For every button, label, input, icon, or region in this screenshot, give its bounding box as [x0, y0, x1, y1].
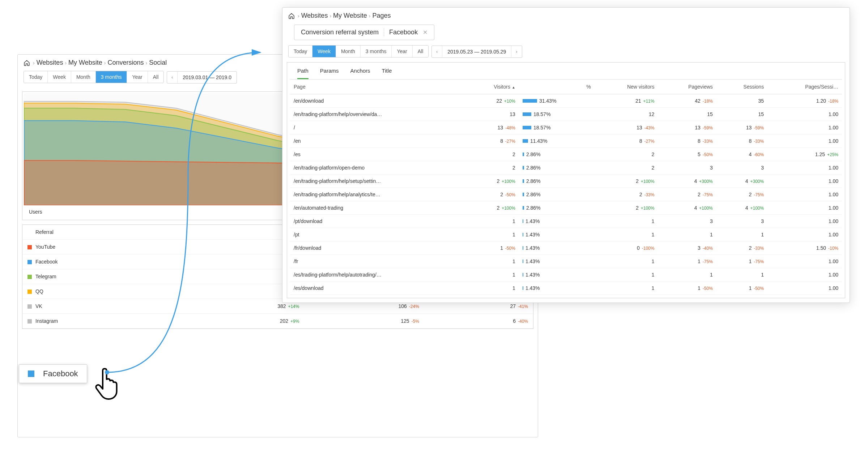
table-row[interactable]: /es 2 2.86% 2 5 -50% 4 -60% 1.25 +25% — [290, 147, 842, 161]
pct-bar — [523, 260, 523, 263]
col-header[interactable]: Sessions — [716, 80, 767, 94]
period-3-months[interactable]: 3 months — [96, 71, 127, 83]
period-today[interactable]: Today — [24, 71, 48, 83]
period-selector: TodayWeekMonth3 monthsYearAll — [288, 45, 429, 57]
table-row[interactable]: /es/download 1 1.43% 1 1 -50% 1 -50% 1.0… — [290, 281, 842, 295]
referral-name: YouTube — [35, 244, 55, 250]
table-row[interactable]: /pt 1 1.43% 1 1 1 1.00 — [290, 228, 842, 241]
breadcrumb-right: › Websites › My Website › Pages — [282, 8, 850, 24]
table-row[interactable]: /en/trading-platform/help/setup/settin… … — [290, 174, 842, 188]
table-row[interactable]: /es/trading-platform/help/autotrading/… … — [290, 268, 842, 281]
breadcrumb-item[interactable]: Conversions — [108, 59, 144, 66]
page-path: /en/download — [290, 94, 466, 107]
col-header[interactable]: Pageviews — [658, 80, 716, 94]
period-month[interactable]: Month — [336, 46, 361, 57]
filter-tag[interactable]: Conversion referral system Facebook ✕ — [294, 25, 434, 40]
table-row[interactable]: / 13 -48% 18.57% 13 -43% 13 -59% 13 -59%… — [290, 121, 842, 134]
tab-params[interactable]: Params — [320, 68, 339, 79]
table-row[interactable]: /en 8 -27% 11.43% 8 -27% 8 -33% 8 -33% 1… — [290, 134, 842, 147]
period-today[interactable]: Today — [289, 46, 312, 57]
pct-bar — [523, 112, 531, 116]
table-row[interactable]: /fr 1 1.43% 1 1 -75% 1 -75% 1.00 — [290, 254, 842, 268]
page-path: /es/download — [290, 281, 466, 295]
page-path: /es/trading-platform/help/autotrading/… — [290, 268, 466, 281]
pct-bar — [523, 206, 524, 210]
period-year[interactable]: Year — [127, 71, 148, 83]
table-row[interactable]: /pt/download 1 1.43% 1 3 3 1.00 — [290, 214, 842, 228]
date-range-text: 2019.05.23 — 2019.05.29 — [442, 46, 511, 57]
color-swatch — [27, 260, 32, 264]
color-swatch — [27, 319, 32, 324]
referral-name: QQ — [35, 288, 43, 294]
table-row[interactable]: /en/automated-trading 2 +100% 2.86% 2 +1… — [290, 201, 842, 214]
col-header[interactable]: Visitors▲ — [466, 80, 519, 94]
breadcrumb-item[interactable]: Websites — [37, 59, 63, 66]
date-range-picker[interactable]: ‹ 2019.05.23 — 2019.05.29 › — [431, 46, 522, 58]
page-path: /pt/download — [290, 214, 466, 228]
next-icon[interactable]: › — [511, 46, 522, 57]
col-header[interactable]: % — [519, 80, 595, 94]
period-selector: TodayWeekMonth3 monthsYearAll — [24, 71, 164, 83]
color-swatch — [27, 290, 32, 294]
sort-asc-icon[interactable]: ▲ — [512, 85, 515, 89]
page-path: /en/trading-platform/open-demo — [290, 161, 466, 174]
period-week[interactable]: Week — [48, 71, 71, 83]
pct-bar — [523, 99, 537, 103]
referral-row[interactable]: Instagram202 +9%125 -5%6 -40% — [22, 313, 533, 328]
pct-bar — [523, 153, 524, 156]
period-year[interactable]: Year — [392, 46, 412, 57]
pct-bar — [523, 139, 528, 143]
close-icon[interactable]: ✕ — [423, 29, 427, 36]
tab-path[interactable]: Path — [297, 68, 309, 79]
pointer-hand-icon — [94, 366, 123, 402]
referral-name: Facebook — [35, 259, 58, 265]
tab-title[interactable]: Title — [382, 68, 392, 79]
period-month[interactable]: Month — [71, 71, 96, 83]
breadcrumb-item[interactable]: Websites — [301, 12, 328, 19]
facebook-swatch — [28, 371, 34, 377]
page-path: /fr — [290, 254, 466, 268]
color-swatch — [27, 304, 32, 309]
facebook-label: Facebook — [43, 369, 78, 378]
prev-icon[interactable]: ‹ — [167, 72, 178, 83]
col-header[interactable]: Pages/Sessi… — [767, 80, 842, 94]
pct-bar — [523, 286, 523, 290]
color-swatch — [27, 275, 32, 279]
period-all[interactable]: All — [148, 71, 164, 83]
table-row[interactable]: /en/download 22 +10% 31.43% 21 +11% 42 -… — [290, 94, 842, 107]
tabs: PathParamsAnchorsTitle — [290, 63, 842, 80]
page-path: /en/automated-trading — [290, 201, 466, 214]
facebook-popup[interactable]: Facebook — [19, 364, 87, 383]
period-all[interactable]: All — [413, 46, 429, 57]
pct-bar — [523, 246, 523, 250]
period-week[interactable]: Week — [312, 46, 336, 57]
table-row[interactable]: /en/trading-platform/help/analytics/te… … — [290, 188, 842, 201]
col-header[interactable]: Page — [290, 80, 466, 94]
date-range-text: 2019.03.01 — 2019.0 — [178, 72, 237, 83]
pct-bar — [523, 166, 524, 170]
home-icon[interactable] — [288, 13, 295, 19]
pct-bar — [523, 219, 523, 223]
breadcrumb-item[interactable]: My Website — [333, 12, 367, 19]
period-3-months[interactable]: 3 months — [361, 46, 392, 57]
referral-name: VK — [35, 303, 42, 309]
home-icon[interactable] — [24, 60, 30, 66]
page-path: /es — [290, 147, 466, 161]
page-path: /fr/download — [290, 241, 466, 254]
col-header[interactable]: New visitors — [595, 80, 658, 94]
table-row[interactable]: /fr/download 1 -50% 1.43% 0 -100% 3 -40%… — [290, 241, 842, 254]
prev-icon[interactable]: ‹ — [432, 46, 442, 57]
breadcrumb-item[interactable]: Social — [149, 59, 167, 66]
date-range-picker[interactable]: ‹ 2019.03.01 — 2019.0 — [167, 71, 237, 83]
page-path: /en/trading-platform/help/analytics/te… — [290, 188, 466, 201]
tab-anchors[interactable]: Anchors — [350, 68, 370, 79]
pages-panel: › Websites › My Website › Pages Conversi… — [282, 7, 850, 303]
breadcrumb-item[interactable]: Pages — [373, 12, 391, 19]
page-path: /en/trading-platform/help/setup/settin… — [290, 174, 466, 188]
breadcrumb-item[interactable]: My Website — [68, 59, 102, 66]
table-row[interactable]: /en/trading-platform/open-demo 2 2.86% 2… — [290, 161, 842, 174]
pct-bar — [523, 126, 531, 129]
filter-label: Conversion referral system — [301, 29, 384, 36]
pct-bar — [523, 233, 523, 236]
table-row[interactable]: /en/trading-platform/help/overview/da… 1… — [290, 107, 842, 121]
